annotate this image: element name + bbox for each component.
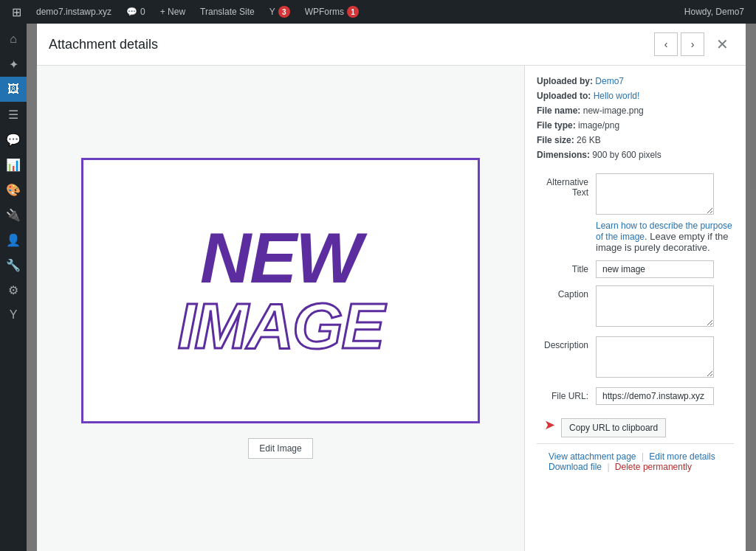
file-url-input[interactable] (596, 387, 714, 405)
file-name: File name: new-image.png (537, 104, 734, 117)
uploaded-by-link[interactable]: Demo7 (595, 76, 624, 86)
title-label: Title (537, 260, 596, 274)
sidebar-item-analytics[interactable]: 📊 (0, 152, 27, 177)
modal-title: Attachment details (49, 37, 651, 52)
attachment-details-modal: Attachment details ‹ › ✕ NEW IMAGE (37, 24, 746, 551)
translate-menu[interactable]: Translate Site (194, 0, 261, 24)
site-name[interactable]: demo7.instawp.xyz (30, 0, 117, 24)
description-label: Description (537, 336, 596, 350)
description-field-wrap (596, 336, 734, 380)
sidebar-item-posts[interactable]: ✦ (0, 52, 27, 77)
file-meta: Uploaded by: Demo7 Uploaded to: Hello wo… (537, 74, 734, 162)
caption-label: Caption (537, 285, 596, 299)
next-attachment-button[interactable]: › (681, 32, 704, 56)
alt-text-field-wrap: Learn how to describe the purpose of the… (596, 173, 734, 253)
alt-text-textarea[interactable] (596, 173, 714, 215)
file-url-row: File URL: (537, 387, 734, 405)
uploaded-to-link[interactable]: Hello world! (594, 91, 640, 101)
sidebar-item-comments[interactable]: 💬 (0, 127, 27, 152)
new-text: NEW (178, 223, 383, 294)
modal-header: Attachment details ‹ › ✕ (37, 24, 746, 66)
yoast-menu[interactable]: Y 3 (264, 0, 296, 24)
caption-row: Caption (537, 285, 734, 329)
sidebar-item-dashboard[interactable]: ⌂ (0, 27, 27, 52)
comments-menu[interactable]: 💬 0 (120, 0, 151, 24)
yoast-icon: Y (269, 7, 275, 17)
red-arrow-icon: ➤ (544, 417, 555, 433)
new-image-text: NEW IMAGE (178, 223, 383, 358)
wp-logo[interactable]: ⊞ (6, 0, 27, 24)
edit-more-details-link[interactable]: Edit more details (649, 451, 715, 462)
wp-wrapper: ⌂ ✦ 🖼 ☰ 💬 📊 🎨 🔌 👤 🔧 ⚙ Y Attachment detai… (0, 24, 756, 551)
caption-field-wrap (596, 285, 734, 329)
view-attachment-link[interactable]: View attachment page (549, 451, 636, 462)
attachment-details-panel: Uploaded by: Demo7 Uploaded to: Hello wo… (524, 66, 746, 551)
sidebar-item-tools[interactable]: 🔧 (0, 252, 27, 277)
caption-textarea[interactable] (596, 285, 714, 327)
sidebar-item-settings[interactable]: ⚙ (0, 277, 27, 302)
delete-permanently-link[interactable]: Delete permanently (615, 462, 692, 472)
edit-image-button[interactable]: Edit Image (248, 438, 312, 459)
file-url-field-wrap (596, 387, 734, 405)
comment-icon: 💬 (126, 7, 137, 17)
title-row: Title (537, 260, 734, 278)
wp-sidebar: ⌂ ✦ 🖼 ☰ 💬 📊 🎨 🔌 👤 🔧 ⚙ Y (0, 24, 27, 551)
wpforms-label: WPForms (305, 7, 344, 17)
download-file-link[interactable]: Download file (549, 462, 602, 472)
sidebar-item-plugins[interactable]: 🔌 (0, 202, 27, 227)
wp-icon: ⊞ (12, 5, 21, 19)
dimensions: Dimensions: 900 by 600 pixels (537, 148, 734, 162)
image-preview-panel: NEW IMAGE Edit Image (37, 66, 524, 551)
file-size: File size: 26 KB (537, 134, 734, 147)
attachment-footer-links: View attachment page | Edit more details… (537, 443, 734, 481)
comment-count: 0 (140, 7, 145, 17)
title-field-wrap (596, 260, 734, 278)
translate-label: Translate Site (200, 7, 255, 17)
image-text: IMAGE (178, 294, 383, 358)
yoast-badge: 3 (278, 6, 290, 18)
new-menu[interactable]: + New (154, 0, 191, 24)
alt-text-row: Alternative Text Learn how to describe t… (537, 173, 734, 253)
uploaded-to: Uploaded to: Hello world! (537, 89, 734, 103)
uploaded-by: Uploaded by: Demo7 (537, 74, 734, 88)
sidebar-item-users[interactable]: 👤 (0, 227, 27, 252)
wp-content: Attachment details ‹ › ✕ NEW IMAGE (27, 24, 756, 551)
prev-attachment-button[interactable]: ‹ (654, 32, 678, 56)
admin-bar: ⊞ demo7.instawp.xyz 💬 0 + New Translate … (0, 0, 756, 24)
wpforms-badge: 1 (347, 6, 359, 18)
copy-url-button[interactable]: Copy URL to clipboard (561, 418, 666, 437)
file-url-label: File URL: (537, 387, 596, 401)
title-input[interactable] (596, 260, 714, 278)
site-domain: demo7.instawp.xyz (36, 7, 111, 17)
sidebar-item-yoast[interactable]: Y (0, 302, 27, 328)
modal-overlay: Attachment details ‹ › ✕ NEW IMAGE (27, 24, 756, 551)
alt-text-label: Alternative Text (537, 173, 596, 198)
sidebar-item-media[interactable]: 🖼 (0, 77, 27, 102)
close-modal-button[interactable]: ✕ (710, 32, 734, 56)
description-textarea[interactable] (596, 336, 714, 378)
description-row: Description (537, 336, 734, 380)
image-preview-container: NEW IMAGE (81, 158, 480, 423)
new-label: + New (160, 7, 185, 17)
wpforms-menu[interactable]: WPForms 1 (299, 0, 365, 24)
user-greeting: Howdy, Demo7 (678, 7, 750, 17)
sidebar-item-pages[interactable]: ☰ (0, 102, 27, 127)
copy-url-row: ➤ Copy URL to clipboard (537, 412, 734, 437)
sidebar-item-appearance[interactable]: 🎨 (0, 177, 27, 202)
file-type: File type: image/png (537, 119, 734, 132)
modal-body: NEW IMAGE Edit Image Uploaded by: De (37, 66, 746, 551)
